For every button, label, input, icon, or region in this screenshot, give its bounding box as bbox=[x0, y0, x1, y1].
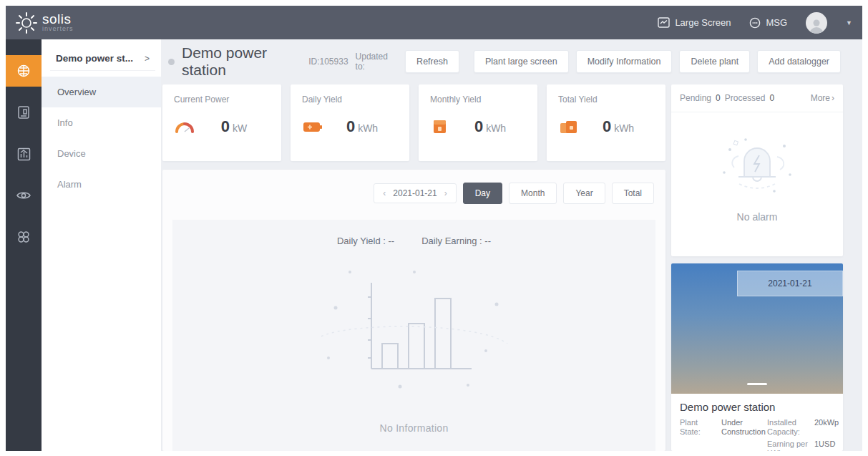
datalogger-icon bbox=[17, 105, 30, 120]
page-header: Demo power station ID:105933 Updated to:… bbox=[168, 47, 841, 76]
plant-name: Demo power station bbox=[680, 401, 834, 413]
plant-large-screen-button[interactable]: Plant large screen bbox=[474, 50, 569, 73]
photo-date-badge: 2021-01-21 bbox=[737, 271, 843, 296]
tab-total[interactable]: Total bbox=[612, 183, 654, 204]
rail-item-datalogger[interactable] bbox=[6, 97, 42, 128]
plant-overview-icon bbox=[16, 64, 31, 78]
earning-per-kwh-value: 1USD bbox=[814, 440, 843, 451]
chevron-right-icon: › bbox=[832, 93, 834, 103]
alarm-panel: Pending 0 Processed 0 More› bbox=[671, 84, 843, 256]
person-icon bbox=[808, 16, 825, 34]
chart-legend: Daily Yield : -- Daily Earning : -- bbox=[172, 220, 655, 246]
plant-selector-label: Demo power st... bbox=[56, 53, 133, 64]
stat-unit: kWh bbox=[614, 122, 634, 134]
chart-controls: ‹ 2021-01-21 › Day Month Year Total bbox=[162, 170, 665, 214]
rail-item-monitor[interactable] bbox=[6, 180, 42, 211]
sidebar-item-device[interactable]: Device bbox=[42, 138, 161, 169]
sunburst-icon bbox=[16, 12, 37, 34]
plant-id: ID:105933 bbox=[308, 57, 348, 67]
daily-yield-value: -- bbox=[389, 236, 395, 246]
rail-item-overview[interactable] bbox=[6, 55, 42, 87]
message-icon bbox=[749, 17, 761, 29]
energy-box-icon bbox=[430, 119, 454, 135]
date-navigator: ‹ 2021-01-21 › bbox=[374, 183, 456, 203]
earning-per-kwh-label: Earning per kWh: bbox=[767, 440, 810, 451]
plant-state-label: Plant State: bbox=[680, 418, 717, 437]
next-date-arrow[interactable]: › bbox=[444, 188, 447, 198]
no-alarm-bell-icon bbox=[714, 128, 800, 200]
rail-item-report[interactable] bbox=[6, 138, 42, 170]
msg-button[interactable]: MSG bbox=[749, 17, 787, 29]
brand-subtitle: inverters bbox=[42, 25, 74, 32]
large-screen-button[interactable]: Large Screen bbox=[658, 17, 731, 28]
stat-card-total-yield: Total Yield 0kWh bbox=[547, 84, 665, 161]
app-frame: solis inverters Large Screen MSG bbox=[6, 6, 862, 451]
stat-unit: kW bbox=[233, 122, 247, 134]
sidebar-item-info[interactable]: Info bbox=[42, 107, 161, 138]
stat-label: Total Yield bbox=[558, 94, 654, 105]
status-dot bbox=[168, 59, 175, 65]
stat-value: 0 bbox=[221, 117, 230, 135]
stat-value: 0 bbox=[474, 117, 483, 135]
stat-value: 0 bbox=[603, 117, 611, 135]
stat-unit: kWh bbox=[358, 122, 378, 134]
apps-icon bbox=[17, 231, 30, 243]
daily-yield-label: Daily Yield : bbox=[337, 236, 386, 246]
energy-boxes-icon bbox=[558, 119, 582, 135]
stat-value: 0 bbox=[346, 117, 355, 135]
empty-chart-icon bbox=[307, 265, 522, 394]
stat-label: Current Power bbox=[174, 94, 270, 105]
chevron-right-icon: > bbox=[145, 54, 150, 64]
installed-capacity-value: 20kWp bbox=[814, 418, 843, 437]
alarm-more-link[interactable]: More› bbox=[811, 93, 834, 103]
modify-information-button[interactable]: Modify Information bbox=[576, 50, 673, 73]
plant-info-card: 2021-01-21 Demo power station Plant Stat… bbox=[671, 263, 843, 451]
stat-card-monthly-yield: Monthly Yield 0kWh bbox=[419, 84, 537, 161]
stat-unit: kWh bbox=[486, 122, 506, 134]
user-avatar[interactable] bbox=[806, 12, 827, 34]
sidebar-item-alarm[interactable]: Alarm bbox=[42, 169, 161, 200]
large-screen-label: Large Screen bbox=[675, 17, 731, 28]
solis-logo: solis inverters bbox=[16, 12, 74, 34]
top-bar: solis inverters Large Screen MSG bbox=[6, 6, 862, 39]
page-title: Demo power station bbox=[182, 44, 301, 79]
add-datalogger-button[interactable]: Add datalogger bbox=[757, 50, 841, 73]
chart-monitor-icon bbox=[658, 17, 670, 28]
stat-card-current-power: Current Power 0kW bbox=[162, 84, 281, 161]
plant-sidebar: Demo power st... > Overview Info Device … bbox=[42, 39, 161, 451]
yield-chart-panel: ‹ 2021-01-21 › Day Month Year Total Dail… bbox=[162, 170, 665, 451]
stat-label: Monthly Yield bbox=[430, 94, 526, 105]
pending-count: 0 bbox=[716, 93, 721, 103]
bar-chart-icon bbox=[17, 147, 31, 161]
pending-label: Pending bbox=[680, 93, 711, 103]
refresh-button[interactable]: Refresh bbox=[405, 50, 459, 73]
no-information-text: No Information bbox=[379, 422, 448, 434]
msg-label: MSG bbox=[766, 17, 787, 28]
sidebar-item-overview[interactable]: Overview bbox=[42, 77, 161, 107]
chart-plot-area: Daily Yield : -- Daily Earning : -- bbox=[172, 220, 655, 451]
tab-day[interactable]: Day bbox=[463, 183, 502, 204]
prev-date-arrow[interactable]: ‹ bbox=[383, 188, 386, 198]
plant-selector[interactable]: Demo power st... > bbox=[50, 47, 155, 71]
daily-earning-value: -- bbox=[484, 236, 491, 246]
selected-date[interactable]: 2021-01-21 bbox=[393, 188, 437, 198]
processed-count: 0 bbox=[769, 93, 774, 103]
plant-state-value: Under Construction bbox=[721, 418, 763, 437]
daily-earning-label: Daily Earning : bbox=[421, 236, 482, 246]
nav-rail bbox=[6, 39, 42, 451]
stat-card-daily-yield: Daily Yield 0kWh bbox=[291, 84, 409, 161]
tab-month[interactable]: Month bbox=[509, 183, 557, 204]
rail-item-apps[interactable] bbox=[6, 221, 42, 253]
carousel-indicator[interactable] bbox=[747, 383, 767, 385]
delete-plant-button[interactable]: Delete plant bbox=[679, 50, 750, 73]
eye-icon bbox=[16, 190, 31, 200]
plant-photo[interactable]: 2021-01-21 bbox=[671, 263, 843, 394]
tab-year[interactable]: Year bbox=[563, 183, 605, 204]
installed-capacity-label: Installed Capacity: bbox=[767, 418, 810, 437]
gauge-icon bbox=[174, 120, 198, 134]
stat-label: Daily Yield bbox=[302, 94, 398, 105]
battery-icon bbox=[302, 120, 326, 134]
processed-label: Processed bbox=[725, 93, 766, 103]
brand-name: solis bbox=[42, 13, 74, 25]
caret-down-icon[interactable]: ▼ bbox=[846, 19, 852, 26]
